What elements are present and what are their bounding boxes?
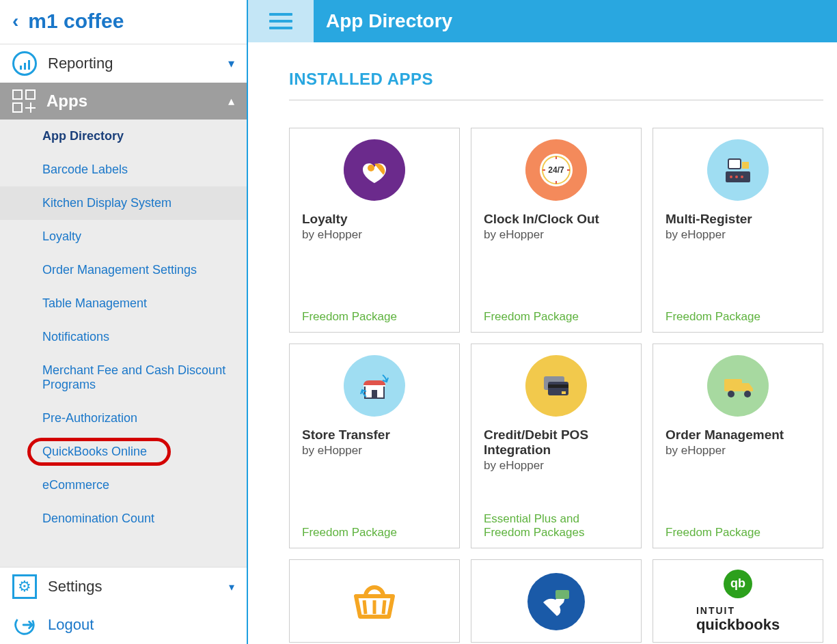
quickbooks-brand-bottom: quickbooks — [696, 616, 780, 634]
svg-line-24 — [364, 600, 366, 614]
main: App Directory INSTALLED APPS Loyalty by … — [248, 0, 837, 644]
svg-rect-21 — [724, 379, 742, 391]
app-card-package: Freedom Package — [484, 310, 629, 324]
subnav-item-label: QuickBooks Online — [42, 445, 147, 458]
app-grid: Loyalty by eHopper Freedom Package 24/7 … — [289, 128, 823, 643]
app-card-clock[interactable]: 24/7 Clock In/Clock Out by eHopper Freed… — [471, 128, 642, 333]
app-card-title: Credit/Debit POS Integration — [484, 428, 629, 458]
svg-rect-20 — [562, 391, 566, 394]
app-card-quickbooks[interactable]: qb INTUIT quickbooks — [653, 559, 823, 643]
app-card-package: Freedom Package — [666, 526, 810, 540]
app-card-vendor: by eHopper — [666, 444, 810, 458]
subnav-denomination-count[interactable]: Denomination Count — [0, 502, 247, 535]
app-card-vendor: by eHopper — [484, 459, 629, 473]
app-card-package: Freedom Package — [302, 310, 447, 324]
content: INSTALLED APPS Loyalty by eHopper Freedo… — [248, 42, 837, 644]
sidebar-item-label: Settings — [48, 578, 102, 596]
quickbooks-brand-top: INTUIT — [696, 605, 780, 616]
svg-point-22 — [728, 391, 735, 397]
chevron-up-icon: ▴ — [228, 94, 234, 109]
apps-icon — [12, 89, 36, 113]
chevron-down-icon: ▾ — [229, 580, 234, 593]
sidebar-item-apps[interactable]: Apps ▴ — [0, 83, 247, 120]
payment-icon — [527, 573, 585, 630]
logout-icon — [12, 613, 37, 637]
back-icon[interactable]: ‹ — [12, 10, 18, 32]
app-card-package: Freedom Package — [302, 526, 447, 540]
register-icon — [707, 139, 769, 201]
credit-card-icon — [525, 355, 587, 417]
svg-rect-10 — [728, 159, 741, 169]
brand-title: m1 coffee — [28, 10, 124, 33]
topbar: App Directory — [248, 0, 837, 42]
app-card-vendor: by eHopper — [302, 444, 447, 458]
app-card-credit-debit[interactable]: Credit/Debit POS Integration by eHopper … — [471, 344, 642, 548]
store-transfer-icon — [344, 355, 405, 417]
app-card-title: Store Transfer — [302, 428, 447, 443]
app-card-title: Loyalty — [302, 212, 447, 227]
app-card-vendor: by eHopper — [302, 228, 447, 242]
app-card-package: Essential Plus and Freedom Packages — [484, 512, 629, 540]
subnav-app-directory[interactable]: App Directory — [0, 120, 247, 153]
svg-text:24/7: 24/7 — [548, 165, 564, 175]
app-card-store-transfer[interactable]: Store Transfer by eHopper Freedom Packag… — [289, 344, 460, 548]
svg-point-14 — [741, 176, 743, 178]
subnav-quickbooks-online[interactable]: QuickBooks Online — [0, 435, 247, 468]
app-card-vendor: by eHopper — [484, 228, 629, 242]
app-card-loyalty[interactable]: Loyalty by eHopper Freedom Package — [289, 128, 460, 333]
subnav-pre-authorization[interactable]: Pre-Authorization — [0, 402, 247, 435]
app-card-title: Multi-Register — [666, 212, 810, 227]
clock-icon: 24/7 — [525, 139, 587, 201]
sidebar-subnav: App Directory Barcode Labels Kitchen Dis… — [0, 120, 247, 567]
basket-icon — [349, 580, 400, 624]
sidebar-header: ‹ m1 coffee — [0, 0, 247, 44]
sidebar-item-reporting[interactable]: Reporting ▾ — [0, 44, 247, 83]
svg-rect-19 — [548, 384, 568, 388]
subnav-notifications[interactable]: Notifications — [0, 320, 247, 354]
sidebar-item-label: Apps — [46, 92, 87, 111]
svg-rect-27 — [555, 590, 569, 599]
sidebar-item-logout[interactable]: Logout — [0, 606, 247, 644]
svg-rect-16 — [372, 390, 377, 398]
subnav-ecommerce[interactable]: eCommerce — [0, 468, 247, 502]
subnav-table-management[interactable]: Table Management — [0, 287, 247, 320]
svg-point-12 — [730, 176, 732, 178]
svg-point-23 — [744, 391, 751, 397]
app-card-title: Order Management — [666, 428, 810, 443]
quickbooks-icon: qb — [724, 570, 752, 598]
svg-line-26 — [383, 600, 385, 614]
hamburger-icon — [269, 13, 292, 29]
sidebar: ‹ m1 coffee Reporting ▾ Apps ▴ App Direc… — [0, 0, 248, 644]
subnav-order-management-settings[interactable]: Order Management Settings — [0, 253, 247, 287]
hamburger-button[interactable] — [248, 0, 314, 42]
subnav-merchant-fee[interactable]: Merchant Fee and Cash Discount Programs — [0, 354, 247, 402]
subnav-loyalty[interactable]: Loyalty — [0, 220, 247, 253]
gear-icon: ⚙ — [12, 574, 37, 599]
app-card-vendor: by eHopper — [666, 228, 810, 242]
svg-point-1 — [368, 165, 374, 171]
sidebar-item-label: Logout — [48, 616, 94, 634]
page-title: App Directory — [314, 0, 452, 42]
app-card-package: Freedom Package — [666, 310, 810, 324]
app-card-title: Clock In/Clock Out — [484, 212, 629, 227]
chart-icon — [12, 51, 37, 76]
app-card-multi-register[interactable]: Multi-Register by eHopper Freedom Packag… — [653, 128, 823, 333]
truck-icon — [707, 355, 769, 417]
app-card-order-management[interactable]: Order Management by eHopper Freedom Pack… — [653, 344, 823, 548]
app-card-payment[interactable] — [471, 559, 642, 643]
svg-rect-11 — [742, 162, 749, 169]
chevron-down-icon: ▾ — [228, 56, 234, 71]
loyalty-icon — [344, 139, 405, 201]
sidebar-item-settings[interactable]: ⚙ Settings ▾ — [0, 567, 247, 606]
section-heading: INSTALLED APPS — [289, 70, 823, 100]
sidebar-item-label: Reporting — [48, 55, 113, 72]
subnav-barcode-labels[interactable]: Barcode Labels — [0, 153, 247, 186]
svg-point-13 — [735, 176, 738, 178]
quickbooks-brand: INTUIT quickbooks — [696, 605, 780, 634]
subnav-kitchen-display-system[interactable]: Kitchen Display System — [0, 186, 247, 220]
app-card-basket[interactable] — [289, 559, 460, 643]
